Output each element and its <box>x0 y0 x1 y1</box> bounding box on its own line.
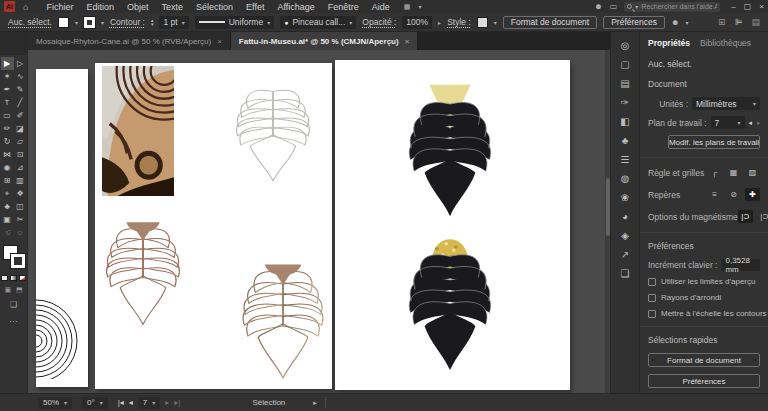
more-tools-button[interactable]: ⋯ <box>9 317 18 326</box>
menu-aide[interactable]: Aide <box>372 2 390 12</box>
feather-black-gold-triangle[interactable] <box>403 84 497 220</box>
lock-guides-icon[interactable]: ⊘ <box>726 188 741 201</box>
menu-objet[interactable]: Objet <box>127 2 149 12</box>
quick-action-format-de-document[interactable]: Format de document <box>648 353 760 367</box>
menu-edition[interactable]: Edition <box>86 2 114 12</box>
rotation-dropdown[interactable]: 0° ▾ <box>82 397 108 409</box>
search-chevron-icon[interactable]: ▾ <box>635 3 638 10</box>
column-graph-tool[interactable]: ◫ <box>14 200 27 213</box>
next-artboard-nav-icon[interactable]: ▸ <box>165 398 169 407</box>
home-icon[interactable]: ⌂ <box>23 2 28 12</box>
free-transform-tool[interactable]: ⊡ <box>14 148 27 161</box>
color-button[interactable] <box>1 275 8 281</box>
line-segment-tool[interactable]: ╱ <box>14 96 27 109</box>
lasso-tool[interactable]: ∿ <box>14 70 27 83</box>
grid-icon[interactable]: ▦ <box>726 166 741 179</box>
artboard-tool[interactable]: ▣ <box>1 213 14 226</box>
units-dropdown[interactable]: Millimètres ▾ <box>692 97 760 110</box>
mesh-tool[interactable]: ⊞ <box>1 174 14 187</box>
smart-guides-icon[interactable]: ✚ <box>745 188 760 201</box>
user-account-icon[interactable]: ☻ <box>594 2 602 11</box>
brush-chevron-icon[interactable]: ▾ <box>349 19 352 26</box>
eraser-tool[interactable]: ◪ <box>14 122 27 135</box>
artboard-left[interactable] <box>36 69 88 387</box>
paintbrush-tool[interactable]: ✐ <box>14 109 27 122</box>
document-info-icon[interactable]: ▢ <box>620 59 629 70</box>
artboards-icon[interactable]: ❏ <box>621 268 630 279</box>
style-swatch[interactable] <box>477 17 488 28</box>
perspective-grid-tool[interactable]: ⊿ <box>14 161 27 174</box>
document-tab[interactable]: Mosaique-Rhyton-Cane.ai @ 50 % (RVB/Aper… <box>28 32 231 50</box>
first-artboard-icon[interactable]: |◂ <box>118 398 124 407</box>
share-document-icon[interactable]: ☻ <box>671 18 679 27</box>
stroke-profile-dropdown[interactable]: Uniforme▾ <box>195 16 275 29</box>
stroke-width-stepper[interactable]: ▴▾ <box>151 18 154 26</box>
libraries-icon[interactable]: ▤ <box>620 78 629 89</box>
status-expand-icon[interactable]: ▸ <box>313 399 317 407</box>
screen-mode-icon[interactable]: ❏ <box>10 300 17 309</box>
stepper-down-icon[interactable]: ▾ <box>151 22 154 26</box>
last-artboard-icon[interactable]: ▸| <box>174 398 180 407</box>
eyedropper-tool[interactable]: ⌖ <box>1 187 14 200</box>
close-button[interactable]: × <box>759 2 764 11</box>
symbols-icon[interactable]: ♣ <box>622 135 629 146</box>
pattern-icon[interactable]: ❀ <box>621 192 629 203</box>
canvas[interactable] <box>28 50 610 393</box>
menu-fichier[interactable]: Fichier <box>46 2 73 12</box>
artboard-center[interactable] <box>95 63 332 389</box>
gradient-tool[interactable]: ▥ <box>14 174 27 187</box>
checkbox-rayons-d-arrondi[interactable] <box>648 294 656 302</box>
stroke-width-field[interactable]: 1 pt▾ <box>159 16 188 29</box>
menu-texte[interactable]: Texte <box>162 2 184 12</box>
selection-status-label[interactable]: Auc. sélect. <box>8 17 52 27</box>
restore-button[interactable]: ▢ <box>744 2 752 11</box>
width-tool[interactable]: ⋈ <box>1 148 14 161</box>
type-tool[interactable]: T <box>1 96 14 109</box>
tab-bibliotheques[interactable]: Bibliothèques <box>700 38 751 50</box>
workspace-layout-icon[interactable]: ▤ <box>751 17 760 27</box>
layers-icon[interactable]: ◈ <box>621 230 629 241</box>
share-chevron-icon[interactable]: ▾ <box>685 19 688 26</box>
ruler-corner-icon[interactable]: ┌ <box>707 166 722 179</box>
checkbox-mettre-a-l-echelle-les-contours-et-les-effets[interactable] <box>648 310 656 318</box>
artboard-dropdown[interactable]: 7 ▾ <box>711 116 745 129</box>
hand-tool[interactable]: ☜ <box>1 226 14 239</box>
rectangle-tool[interactable]: ▭ <box>1 109 14 122</box>
workspace-chevron-icon[interactable]: ▾ <box>418 3 421 10</box>
export-icon[interactable]: ↗ <box>621 249 629 260</box>
rotate-tool[interactable]: ↻ <box>1 135 14 148</box>
style-link[interactable]: Style : <box>447 17 471 27</box>
shape-builder-tool[interactable]: ◉ <box>1 161 14 174</box>
next-artboard-icon[interactable]: ▸ <box>757 119 761 127</box>
feather-outline-gradient[interactable] <box>237 263 329 383</box>
arrange-documents-icon[interactable]: ⊞ <box>718 17 726 27</box>
feather-outline-rust[interactable] <box>101 221 185 329</box>
draw-normal-icon[interactable]: ▣ <box>4 286 11 294</box>
symbol-sprayer-tool[interactable]: ♣ <box>1 200 14 213</box>
snap-to-point-icon[interactable]: |Ɔ <box>738 210 753 223</box>
magic-wand-tool[interactable]: ✶ <box>1 70 14 83</box>
snap-to-grid-icon[interactable]: |Ɔ <box>757 210 768 223</box>
menu-effet[interactable]: Effet <box>246 2 264 12</box>
blend-tool[interactable]: ❖ <box>14 187 27 200</box>
stroke-indicator-swatch[interactable] <box>11 254 25 268</box>
curvature-tool[interactable]: ✎ <box>14 83 27 96</box>
concentric-arcs-motif[interactable] <box>36 294 88 379</box>
scale-tool[interactable]: ▱ <box>14 135 27 148</box>
preferences-button[interactable]: Préférences <box>603 16 665 29</box>
style-chevron-icon[interactable]: ▾ <box>494 19 497 26</box>
minimize-button[interactable]: – <box>731 2 735 11</box>
gradient-button[interactable] <box>10 275 17 281</box>
zoom-tool[interactable]: ◌ <box>14 226 27 239</box>
previous-artboard-icon[interactable]: ◂ <box>749 119 753 127</box>
help-search-input[interactable]: ▾ Rechercher dans l'aide Adobe <box>624 2 720 12</box>
feather-outline-sage[interactable] <box>231 83 315 185</box>
quick-action-preferences[interactable]: Préférences <box>648 374 760 388</box>
workspace-switcher-icon[interactable]: ▦ <box>404 3 411 11</box>
stroke-chevron-icon[interactable]: ▾ <box>101 19 104 26</box>
tools-panel-header[interactable] <box>0 50 28 55</box>
stroke-panel-link[interactable]: Contour : <box>110 17 145 27</box>
fill-color-swatch[interactable] <box>58 17 69 28</box>
discover-icon[interactable]: ◎ <box>621 40 630 51</box>
feather-black-gold-dome[interactable] <box>403 236 497 374</box>
